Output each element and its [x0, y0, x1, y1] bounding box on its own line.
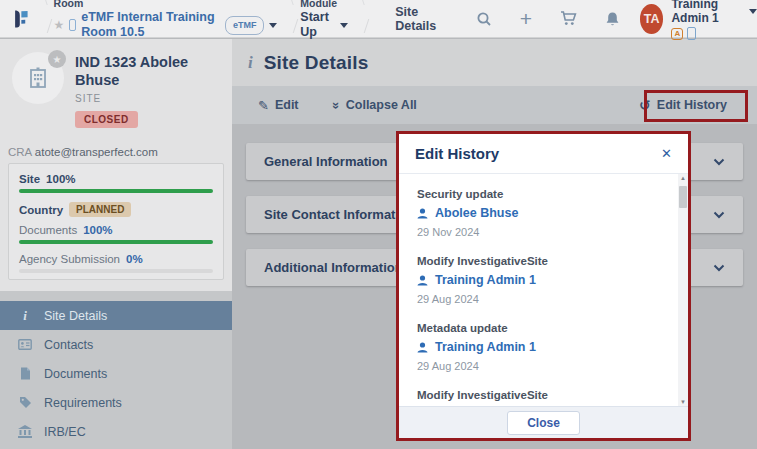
chevron-down-icon[interactable] [713, 158, 725, 166]
section-label: General Information [264, 154, 388, 169]
entry-user-link[interactable]: Training Admin 1 [435, 273, 536, 287]
building-icon [26, 66, 50, 90]
module-label: Module [300, 0, 348, 10]
user-avatar[interactable]: TA [640, 4, 663, 34]
scrollbar-thumb[interactable] [679, 186, 687, 208]
contacts-card-icon [18, 339, 32, 350]
document-icon [18, 367, 32, 380]
favorite-star-badge-icon[interactable]: ★ [48, 50, 66, 68]
tag-icon [18, 396, 32, 409]
nav-label: Site Details [44, 309, 107, 323]
progress-card: Site 100% Country PLANNED Documents 100%… [8, 163, 224, 280]
close-icon[interactable]: ✕ [661, 146, 672, 161]
room-label: Room [54, 0, 278, 10]
room-name[interactable]: eTMF Internal Training Room 10.5 [81, 10, 220, 40]
history-icon: ↺ [639, 97, 651, 113]
entry-action: Modify InvestigativeSite [417, 255, 670, 267]
history-entry: Security update Abolee Bhuse 29 Nov 2024 [417, 188, 670, 238]
entry-user-link[interactable]: Training Admin 1 [435, 340, 536, 354]
nav-label: Documents [44, 367, 107, 381]
user-name[interactable]: Training Admin 1 [671, 0, 744, 25]
room-caret-down-icon[interactable] [269, 23, 277, 28]
entry-date: 29 Aug 2024 [417, 293, 670, 305]
info-icon: i [18, 308, 32, 324]
chevron-down-icon[interactable] [713, 264, 725, 272]
edit-button[interactable]: ✎ Edit [258, 98, 299, 113]
toolbar: ✎ Edit » Collapse All ↺ Edit History [232, 86, 757, 124]
modal-title: Edit History [415, 145, 499, 162]
site-type-label: SITE [75, 93, 222, 104]
device-icon [69, 19, 76, 31]
page-title: Site Details [264, 52, 369, 74]
entry-user-link[interactable]: Abolee Bhuse [435, 206, 518, 220]
scroll-down-icon[interactable]: ▼ [678, 399, 688, 405]
edit-history-button[interactable]: ↺ Edit History [639, 97, 727, 113]
scroll-up-icon[interactable]: ▲ [678, 175, 688, 181]
breadcrumb-separator [283, 4, 294, 34]
sidebar-item-irb-ec[interactable]: IRB/EC [0, 417, 232, 446]
cra-email[interactable]: atote@transperfect.com [35, 146, 158, 158]
breadcrumb-room: Room ★ eTMF Internal Training Room 10.5 … [54, 0, 278, 38]
nav-label: Requirements [44, 396, 122, 410]
progress-site-bar [19, 189, 213, 193]
modal-header: Edit History ✕ [399, 134, 688, 174]
module-name[interactable]: Start Up [300, 10, 335, 40]
modal-footer: Close [399, 406, 688, 438]
sidebar-item-site-details[interactable]: i Site Details [0, 301, 232, 330]
module-caret-down-icon[interactable] [340, 23, 348, 28]
close-button[interactable]: Close [507, 411, 580, 435]
progress-documents-label: Documents [19, 224, 77, 236]
sidebar-item-documents[interactable]: Documents [0, 359, 232, 388]
room-type-badge: eTMF [225, 16, 265, 35]
sidebar-item-requirements[interactable]: Requirements [0, 388, 232, 417]
entry-action: Modify InvestigativeSite [417, 389, 670, 401]
history-entry: Metadata update Training Admin 1 29 Aug … [417, 322, 670, 372]
notifications-bell-icon[interactable] [605, 11, 620, 27]
sidebar-item-contacts[interactable]: Contacts [0, 330, 232, 359]
person-icon [417, 208, 428, 219]
breadcrumb-module: Module Start Up [300, 0, 348, 38]
search-icon[interactable] [476, 11, 492, 27]
top-header: Room ★ eTMF Internal Training Room 10.5 … [0, 0, 757, 38]
country-planned-badge: PLANNED [69, 202, 131, 217]
favorite-star-icon[interactable]: ★ [54, 18, 65, 33]
sidebar: ★ IND 1323 Abolee Bhuse SITE CLOSED CRA … [0, 39, 232, 449]
progress-country-label: Country [19, 204, 63, 216]
history-entry: Modify InvestigativeSite Training Admin … [417, 255, 670, 305]
nav-label: IRB/EC [44, 425, 86, 439]
header-page-link[interactable]: Site Details [395, 5, 448, 33]
history-entry: Modify InvestigativeSite Demo Admin [417, 389, 670, 406]
section-label: Site Contact Information [264, 207, 415, 222]
chevron-down-icon[interactable] [713, 211, 725, 219]
user-menu-caret-icon[interactable] [749, 9, 757, 14]
person-icon [417, 275, 428, 286]
person-icon [417, 342, 428, 353]
collapse-all-button[interactable]: » Collapse All [333, 98, 417, 113]
pencil-icon: ✎ [258, 98, 269, 113]
progress-agency-label: Agency Submission [19, 253, 120, 265]
cra-label: CRA [8, 146, 32, 158]
double-chevron-down-icon: » [329, 101, 344, 108]
modal-scrollbar[interactable]: ▲ ▼ [678, 174, 688, 406]
breadcrumb-separator [37, 4, 48, 34]
mobile-device-icon [687, 27, 696, 40]
cra-row: CRA atote@transperfect.com [8, 146, 232, 158]
add-icon[interactable]: + [520, 10, 532, 28]
entry-action: Metadata update [417, 322, 670, 334]
site-title: IND 1323 Abolee Bhuse [75, 53, 222, 89]
info-icon: i [248, 53, 253, 73]
progress-site-value: 100% [46, 173, 75, 185]
progress-documents-bar [19, 240, 213, 244]
cart-icon[interactable] [560, 11, 577, 26]
status-badge: CLOSED [75, 111, 138, 128]
modal-body: Security update Abolee Bhuse 29 Nov 2024… [399, 174, 688, 406]
progress-agency-value: 0% [126, 253, 143, 265]
entry-date: 29 Nov 2024 [417, 226, 670, 238]
site-profile: ★ IND 1323 Abolee Bhuse SITE CLOSED [0, 39, 232, 128]
app-logo-icon[interactable] [12, 6, 31, 32]
sidebar-nav: i Site Details Contacts Documents Requir… [0, 291, 232, 449]
entry-action: Security update [417, 188, 670, 200]
admin-role-icon: A [671, 28, 683, 40]
page-title-row: i Site Details [232, 39, 757, 86]
section-label: Additional Information [264, 260, 403, 275]
